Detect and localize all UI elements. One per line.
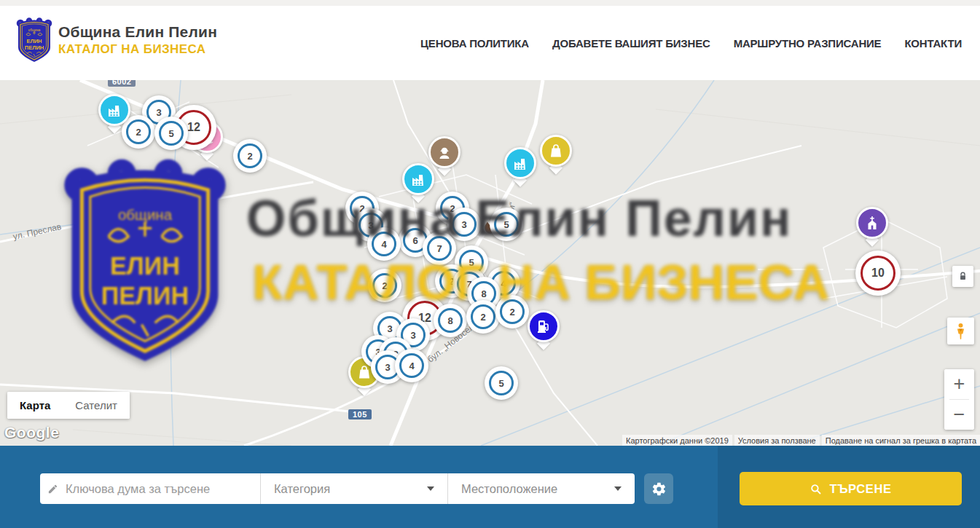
caret-down-icon: [614, 486, 622, 491]
pin-marker-shopping-bag-icon[interactable]: [540, 135, 572, 173]
map-type-satellite-button[interactable]: Сателит: [63, 392, 130, 419]
pin-marker-factory-icon[interactable]: [504, 147, 536, 185]
crest-word-top: община: [28, 28, 41, 32]
search-button-label: ТЪРСЕНЕ: [829, 482, 891, 496]
top-strip: [0, 0, 980, 6]
google-logo[interactable]: Google: [4, 424, 59, 441]
cluster-count: 4: [372, 232, 396, 256]
cluster-count: 7: [427, 236, 452, 261]
cluster-count: 3: [452, 212, 477, 237]
factory-icon: [504, 147, 536, 179]
zoom-in-button[interactable]: +: [944, 369, 974, 399]
keyword-search-input[interactable]: [66, 482, 251, 496]
zoom-control: + −: [944, 369, 974, 430]
pencil-icon: [47, 484, 58, 494]
cluster-marker[interactable]: 2: [368, 269, 401, 302]
cluster-marker[interactable]: 2: [495, 295, 529, 328]
advanced-search-button[interactable]: [644, 473, 673, 504]
site-subtitle: КАТАЛОГ НА БИЗНЕСА: [58, 42, 217, 57]
search-icon: [810, 483, 822, 495]
map-attribution: Картографски данни ©2019 Условия за полз…: [622, 435, 980, 446]
plus-icon: +: [954, 373, 965, 395]
cluster-marker[interactable]: 5: [490, 208, 523, 241]
cluster-count: 4: [399, 353, 424, 378]
crest-word-pelin: ПЕЛИН: [25, 44, 44, 51]
cluster-count: 10: [861, 256, 895, 291]
cluster-marker[interactable]: 10: [855, 251, 901, 296]
cluster-count: 2: [500, 299, 525, 324]
cluster-count: 8: [438, 308, 463, 333]
search-button[interactable]: ТЪРСЕНЕ: [740, 472, 962, 505]
municipality-crest-logo: община ЕЛИН ПЕЛИН: [16, 17, 52, 63]
attribution-terms-link[interactable]: Условия за ползване: [734, 435, 820, 446]
brand-text: Община Елин Пелин КАТАЛОГ НА БИЗНЕСА: [58, 23, 217, 57]
main-nav: ЦЕНОВА ПОЛИТИКА ДОБАВЕТЕ ВАШИЯТ БИЗНЕС М…: [420, 6, 962, 80]
cluster-marker[interactable]: 5: [154, 117, 188, 150]
cluster-count: 2: [238, 143, 262, 168]
cluster-marker[interactable]: 5: [485, 366, 518, 400]
gear-icon: [651, 481, 667, 497]
pin-marker-church-icon[interactable]: [856, 207, 888, 245]
cluster-marker[interactable]: 4: [395, 349, 428, 382]
location-select[interactable]: Местоположение: [448, 473, 635, 504]
pin-marker-fuel-pump-icon[interactable]: [528, 310, 560, 348]
cluster-count: 5: [489, 371, 514, 395]
search-bar: Категория Местоположение ТЪРСЕНЕ: [0, 446, 980, 528]
cluster-marker[interactable]: 3: [447, 208, 481, 241]
church-icon: [856, 207, 888, 239]
padlock-icon: [957, 271, 968, 282]
minus-icon: −: [954, 403, 965, 425]
location-select-label: Местоположение: [461, 482, 557, 496]
attribution-data: Картографски данни ©2019: [622, 435, 732, 446]
nav-contacts[interactable]: КОНТАКТИ: [904, 37, 962, 50]
shopping-bag-icon: [540, 135, 572, 167]
cluster-count: 5: [159, 121, 184, 146]
category-select[interactable]: Категория: [261, 473, 447, 504]
keyword-field-wrap: [40, 473, 260, 504]
cluster-marker[interactable]: 8: [434, 304, 467, 337]
crest-word-elin: ЕЛИН: [26, 38, 42, 44]
map-type-control: Карта Сателит: [7, 392, 130, 419]
street-view-pegman-button[interactable]: [947, 318, 974, 344]
attribution-report-link[interactable]: Подаване на сигнал за грешка в картата: [822, 435, 980, 446]
lock-button[interactable]: [952, 266, 973, 287]
nav-route-schedule[interactable]: МАРШРУТНО РАЗПИСАНИЕ: [734, 37, 882, 50]
caret-down-icon: [427, 486, 434, 491]
site-title: Община Елин Пелин: [58, 23, 217, 41]
factory-icon: [98, 94, 130, 126]
nav-add-business[interactable]: ДОБАВЕТЕ ВАШИЯТ БИЗНЕС: [552, 37, 710, 50]
pegman-icon: [954, 322, 967, 341]
map-type-map-button[interactable]: Карта: [7, 392, 63, 419]
cluster-marker[interactable]: 4: [367, 227, 401, 261]
google-map[interactable]: ул. Преславбул. „Новоселци“ 6002105 3212…: [0, 80, 980, 446]
factory-icon: [402, 163, 434, 195]
cluster-marker[interactable]: 7: [423, 232, 456, 265]
cluster-count: 2: [372, 273, 397, 298]
pin-marker-factory-icon[interactable]: [402, 163, 434, 201]
markers-layer: 3212522323564752748212822333834510: [0, 80, 980, 446]
header: община ЕЛИН ПЕЛИН Община Елин Пелин КАТА…: [0, 6, 980, 80]
cluster-count: 2: [471, 304, 495, 329]
brand[interactable]: община ЕЛИН ПЕЛИН Община Елин Пелин КАТА…: [16, 17, 217, 63]
fuel-pump-icon: [528, 310, 560, 342]
cluster-marker[interactable]: 2: [466, 300, 500, 334]
cluster-count: 5: [494, 212, 519, 237]
nav-price-policy[interactable]: ЦЕНОВА ПОЛИТИКА: [420, 37, 529, 50]
zoom-out-button[interactable]: −: [944, 400, 974, 430]
category-select-label: Категория: [274, 482, 330, 496]
cluster-marker[interactable]: 2: [233, 139, 267, 173]
search-field-group: Категория Местоположение: [40, 473, 635, 504]
page: община ЕЛИН ПЕЛИН Община Елин Пелин КАТА…: [0, 0, 980, 528]
pin-marker-factory-icon[interactable]: [98, 94, 130, 132]
